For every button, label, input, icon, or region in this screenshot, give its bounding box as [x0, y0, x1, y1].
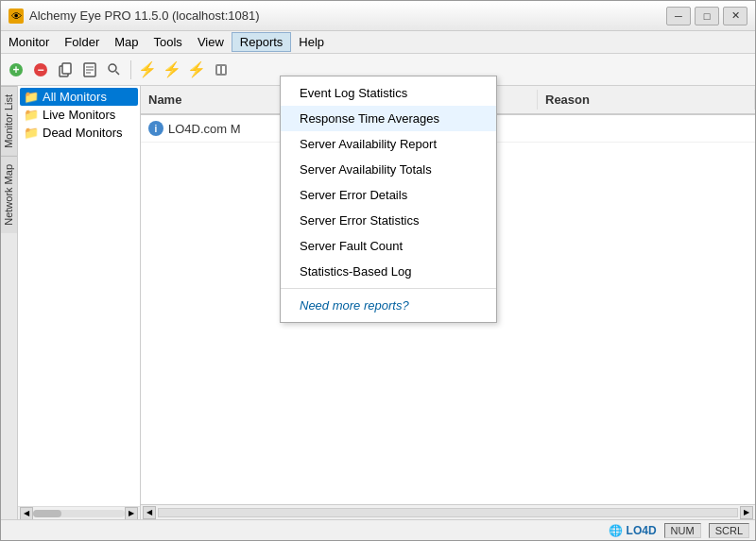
menu-view[interactable]: View	[190, 33, 232, 51]
check-all-button[interactable]: ⚡	[161, 59, 183, 81]
close-button[interactable]: ✕	[723, 7, 747, 25]
folder-icon-all: 📁	[24, 90, 39, 104]
menu-bar: Monitor Folder Map Tools View Reports He…	[1, 31, 755, 54]
title-bar: 👁 Alchemy Eye PRO 11.5.0 (localhost:1081…	[1, 1, 755, 31]
svg-point-10	[109, 64, 116, 72]
cell-reason	[538, 126, 755, 131]
monitor-item-all[interactable]: 📁 All Monitors	[20, 88, 138, 106]
reports-dropdown: Event Log Statistics Response Time Avera…	[280, 76, 497, 323]
monitor-item-live-label: Live Monitors	[43, 108, 115, 122]
menu-monitor[interactable]: Monitor	[1, 33, 57, 51]
scroll-track-bottom[interactable]	[158, 508, 738, 517]
menu-tools[interactable]: Tools	[146, 33, 190, 51]
bottom-scrollbar[interactable]: ◀ ▶	[141, 504, 755, 519]
cell-name-text: LO4D.com M	[168, 122, 241, 136]
menu-item-statistics-based-log[interactable]: Statistics-Based Log	[281, 259, 496, 284]
logo-area: 🌐 LO4D	[609, 524, 656, 537]
svg-rect-13	[217, 66, 220, 74]
copy-button[interactable]	[54, 59, 77, 81]
scroll-track[interactable]	[33, 510, 125, 517]
status-bar: 🌐 LO4D NUM SCRL	[1, 519, 755, 540]
maximize-button[interactable]: □	[695, 7, 719, 25]
svg-rect-14	[222, 66, 225, 74]
monitor-list: 📁 All Monitors 📁 Live Monitors 📁 Dead Mo…	[18, 86, 140, 506]
scrl-indicator: SCRL	[709, 523, 749, 538]
scroll-right-arrow[interactable]: ▶	[125, 507, 138, 520]
monitor-panel: 📁 All Monitors 📁 Live Monitors 📁 Dead Mo…	[18, 86, 141, 519]
log-button[interactable]	[78, 59, 101, 81]
dropdown-separator	[281, 288, 496, 289]
folder-icon-dead: 📁	[24, 126, 39, 140]
svg-line-11	[116, 71, 120, 75]
stop-button[interactable]: ⚡	[185, 59, 208, 81]
svg-rect-5	[62, 63, 71, 74]
tab-monitor-list[interactable]: Monitor List	[1, 86, 17, 156]
folder-icon-live: 📁	[24, 108, 39, 122]
menu-reports[interactable]: Reports	[232, 32, 292, 52]
menu-item-response-time-averages[interactable]: Response Time Averages	[281, 106, 496, 131]
add-button[interactable]: +	[5, 59, 27, 81]
scroll-thumb[interactable]	[33, 510, 61, 517]
menu-map[interactable]: Map	[107, 33, 146, 51]
monitor-item-all-label: All Monitors	[43, 90, 107, 104]
menu-item-server-error-statistics[interactable]: Server Error Statistics	[281, 208, 496, 233]
column-header-reason: Reason	[538, 90, 755, 110]
tab-network-map[interactable]: Network Map	[1, 156, 17, 233]
check-now-button[interactable]: ⚡	[136, 59, 159, 81]
title-bar-left: 👁 Alchemy Eye PRO 11.5.0 (localhost:1081…	[9, 8, 260, 24]
menu-help[interactable]: Help	[291, 33, 332, 51]
monitor-item-dead[interactable]: 📁 Dead Monitors	[20, 124, 138, 142]
remove-button[interactable]: −	[29, 59, 52, 81]
menu-item-need-more-reports[interactable]: Need more reports?	[281, 293, 496, 318]
monitor-item-dead-label: Dead Monitors	[43, 126, 123, 140]
minimize-button[interactable]: ─	[666, 7, 691, 25]
sidebar-tabs: Monitor List Network Map	[1, 86, 18, 519]
scroll-left-arrow[interactable]: ◀	[20, 507, 33, 520]
menu-item-server-error-details[interactable]: Server Error Details	[281, 182, 496, 208]
window-title: Alchemy Eye PRO 11.5.0 (localhost:1081)	[29, 8, 260, 23]
svg-text:−: −	[37, 63, 43, 76]
svg-rect-12	[215, 64, 227, 76]
menu-item-server-availability-report[interactable]: Server Availability Report	[281, 131, 496, 157]
menu-item-event-log-statistics[interactable]: Event Log Statistics	[281, 80, 496, 106]
svg-text:+: +	[12, 63, 19, 76]
logo-text: 🌐 LO4D	[609, 524, 656, 537]
scroll-left[interactable]: ◀	[143, 506, 156, 519]
separator-1	[130, 60, 131, 79]
status-icon: i	[148, 121, 163, 136]
menu-item-server-fault-count[interactable]: Server Fault Count	[281, 233, 496, 259]
pause-button[interactable]	[210, 59, 232, 81]
search-button[interactable]	[103, 59, 126, 81]
menu-folder[interactable]: Folder	[57, 33, 107, 51]
menu-item-server-availability-totals[interactable]: Server Availability Totals	[281, 157, 496, 182]
app-icon: 👁	[9, 8, 24, 24]
num-indicator: NUM	[664, 523, 701, 538]
monitor-scrollbar[interactable]: ◀ ▶	[18, 506, 140, 519]
monitor-item-live[interactable]: 📁 Live Monitors	[20, 106, 138, 124]
window-controls: ─ □ ✕	[666, 7, 747, 25]
scroll-right[interactable]: ▶	[740, 506, 753, 519]
